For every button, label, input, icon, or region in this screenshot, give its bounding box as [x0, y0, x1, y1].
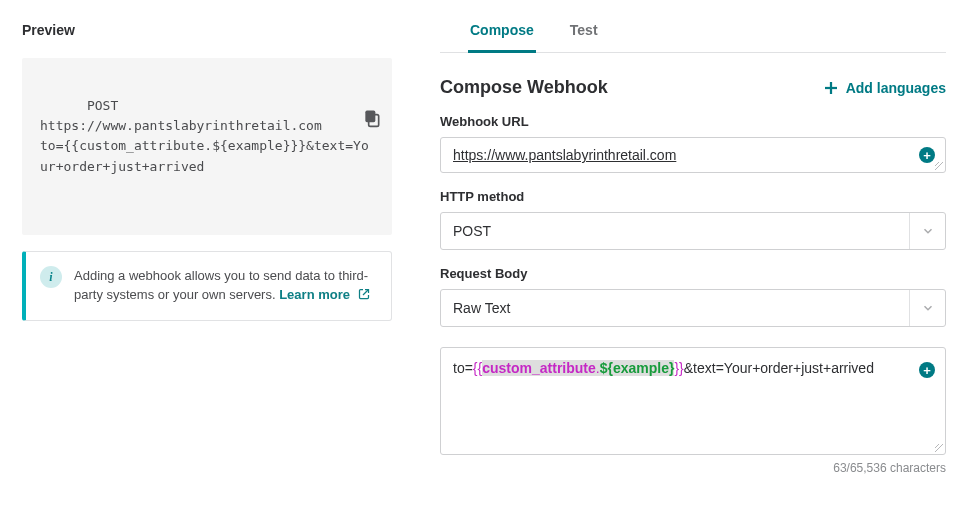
- request-body-input[interactable]: to={{custom_attribute.${example}}}&text=…: [440, 347, 946, 455]
- url-insert-icon[interactable]: +: [919, 147, 935, 163]
- tab-compose[interactable]: Compose: [468, 16, 536, 52]
- learn-more-link[interactable]: Learn more: [279, 287, 369, 302]
- external-link-icon: [358, 286, 370, 306]
- http-method-label: HTTP method: [440, 189, 946, 204]
- preview-text: POST https://www.pantslabyrinthretail.co…: [40, 98, 369, 173]
- body-insert-icon[interactable]: +: [919, 362, 935, 378]
- tip-box: i Adding a webhook allows you to send da…: [22, 251, 392, 321]
- plus-icon: [822, 79, 840, 97]
- copy-icon[interactable]: [362, 68, 382, 88]
- info-icon: i: [40, 266, 62, 288]
- tabs: Compose Test: [440, 16, 946, 53]
- charcount-label: 63/65,536 characters: [440, 461, 946, 475]
- preview-box: POST https://www.pantslabyrinthretail.co…: [22, 58, 392, 235]
- compose-title: Compose Webhook: [440, 77, 608, 98]
- tab-test[interactable]: Test: [568, 16, 600, 52]
- http-method-select[interactable]: POST: [440, 212, 946, 250]
- webhook-url-label: Webhook URL: [440, 114, 946, 129]
- preview-title: Preview: [22, 22, 392, 38]
- request-body-type-select[interactable]: Raw Text: [440, 289, 946, 327]
- add-languages-button[interactable]: Add languages: [822, 79, 946, 97]
- chevron-down-icon: [909, 213, 945, 249]
- request-body-label: Request Body: [440, 266, 946, 281]
- webhook-url-input[interactable]: https://www.pantslabyrinthretail.com +: [440, 137, 946, 173]
- chevron-down-icon: [909, 290, 945, 326]
- svg-rect-1: [365, 111, 375, 123]
